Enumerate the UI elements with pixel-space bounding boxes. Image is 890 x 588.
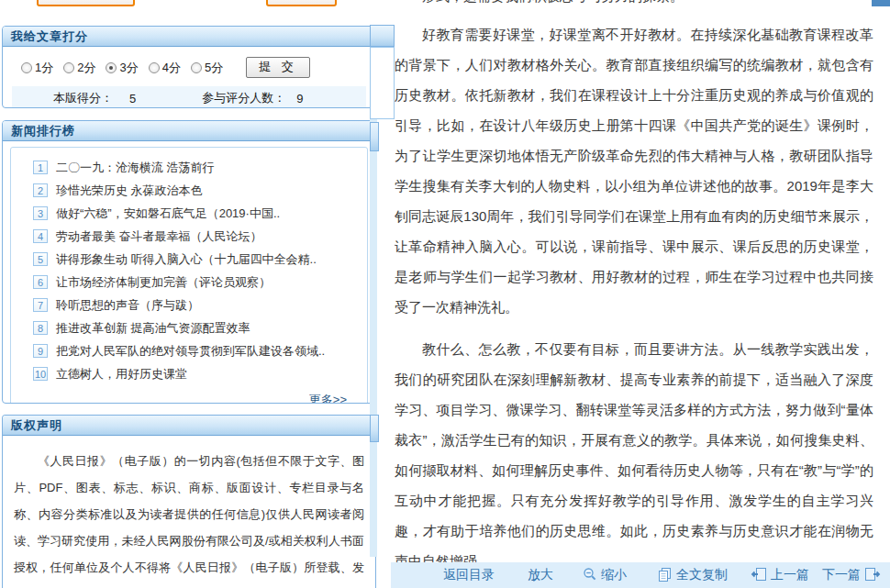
prev-article-label: 上一篇	[771, 567, 809, 583]
article-toolbar: 返回目录 放大 缩小 全文复制 上一篇 下一篇	[391, 562, 890, 588]
ranking-item[interactable]: 3 做好“六稳”，安如磐石底气足（2019·中国..	[20, 202, 362, 225]
copy-pages-icon	[654, 567, 676, 584]
zoom-out-link[interactable]: 缩小	[579, 567, 627, 584]
rating-options-row: 1分 2分 3分 4分 5分 提 交	[3, 47, 375, 78]
raters-count-label: 参与评分人数：	[202, 90, 285, 106]
ranking-item-title[interactable]: 二〇一九：沧海横流 浩荡前行	[56, 160, 215, 176]
rating-option-3[interactable]: 3分	[106, 60, 138, 76]
ranking-item-title[interactable]: 讲得形象生动 听得入脑入心（十九届四中全会精..	[56, 251, 317, 268]
rank-number-badge: 7	[33, 298, 48, 312]
rank-number-badge: 2	[33, 183, 48, 197]
rating-option-4[interactable]: 4分	[149, 60, 181, 76]
rating-panel: 我给文章打分 1分 2分 3分 4分 5分 提 交 本版得分： 5 参与评分人数…	[2, 26, 376, 108]
rank-number-badge: 8	[33, 321, 48, 335]
copyright-panel-title: 版权声明	[3, 416, 375, 436]
clipped-panel-edge	[370, 415, 379, 442]
rank-number-badge: 10	[33, 367, 48, 381]
clipped-panel-edge	[370, 47, 395, 119]
ranking-item[interactable]: 9 把党对人民军队的绝对领导贯彻到军队建设各领域..	[20, 339, 362, 362]
ranking-item[interactable]: 5 讲得形象生动 听得入脑入心（十九届四中全会精..	[20, 248, 362, 271]
article-body: 形式，这需要我们积极思考与努力的探索。 好教育需要好课堂，好课堂离不开好教材。在…	[395, 0, 873, 562]
radio-icon[interactable]	[149, 62, 160, 73]
rating-option-label: 2分	[77, 60, 95, 76]
ranking-item[interactable]: 6 让市场经济体制更加完善（评论员观察）	[20, 271, 362, 294]
ranking-item-title[interactable]: 让市场经济体制更加完善（评论员观察）	[56, 274, 271, 291]
rating-panel-title: 我给文章打分	[3, 27, 375, 47]
radio-icon[interactable]	[191, 62, 202, 73]
rank-number-badge: 1	[33, 161, 48, 174]
copyright-text: 《人民日报》（电子版）的一切内容(包括但不限于文字、图片、PDF、图表、标志、标…	[3, 436, 375, 588]
rank-number-badge: 5	[33, 252, 48, 266]
rating-option-2[interactable]: 2分	[63, 60, 95, 76]
rank-number-badge: 9	[33, 344, 48, 358]
clipped-top-button-1[interactable]	[37, 0, 135, 6]
ranking-item-title[interactable]: 珍惜光荣历史 永葆政治本色	[56, 183, 203, 199]
clipped-top-button-2[interactable]	[266, 0, 337, 6]
ranking-panel-title: 新闻排行榜	[3, 121, 375, 141]
page-score-value: 5	[129, 92, 136, 105]
ranking-item[interactable]: 7 聆听思想的声音（序与跋）	[20, 294, 362, 316]
zoom-in-label: 放大	[528, 567, 553, 583]
back-to-catalog-link[interactable]: 返回目录	[443, 567, 495, 583]
rating-option-label: 3分	[119, 60, 138, 76]
next-article-link[interactable]: 下一篇	[822, 567, 884, 584]
more-link[interactable]: 更多>>	[20, 385, 362, 404]
zoom-out-label: 缩小	[601, 567, 627, 583]
back-to-catalog-label: 返回目录	[443, 567, 495, 583]
rating-option-label: 1分	[35, 60, 53, 76]
submit-rating-button[interactable]: 提 交	[246, 57, 310, 78]
rating-option-label: 5分	[205, 60, 223, 76]
prev-page-arrow-icon	[747, 567, 771, 584]
rating-option-1[interactable]: 1分	[21, 60, 53, 76]
ranking-item[interactable]: 1 二〇一九：沧海横流 浩荡前行	[20, 156, 362, 179]
next-page-arrow-icon	[861, 567, 884, 584]
ranking-item[interactable]: 4 劳动者最美 奋斗者最幸福（人民论坛）	[20, 225, 362, 248]
rank-number-badge: 4	[33, 229, 48, 243]
clipped-panel-edge	[370, 25, 395, 47]
zoom-in-link[interactable]: 放大	[528, 567, 553, 583]
next-article-label: 下一篇	[822, 567, 861, 583]
radio-icon[interactable]	[63, 62, 74, 73]
radio-checked-icon[interactable]	[106, 62, 117, 73]
copy-all-link[interactable]: 全文复制	[654, 567, 728, 584]
ranking-item-title[interactable]: 推进改革创新 提高油气资源配置效率	[56, 320, 250, 337]
ranking-list: 1 二〇一九：沧海横流 浩荡前行 2 珍惜光荣历史 永葆政治本色 3 做好“六稳…	[10, 147, 368, 404]
page-score-label: 本版得分：	[53, 90, 113, 106]
ranking-item[interactable]: 8 推进改革创新 提高油气资源配置效率	[20, 316, 362, 339]
rating-option-label: 4分	[162, 60, 181, 76]
score-row: 本版得分： 5 参与评分人数： 9	[12, 86, 366, 108]
ranking-item[interactable]: 10 立德树人，用好历史课堂	[20, 362, 362, 385]
ranking-item-title[interactable]: 聆听思想的声音（序与跋）	[56, 297, 199, 314]
ranking-item[interactable]: 2 珍惜光荣历史 永葆政治本色	[20, 179, 362, 202]
rank-number-badge: 6	[33, 275, 48, 289]
raters-count-value: 9	[296, 92, 303, 105]
ranking-item-title[interactable]: 做好“六稳”，安如磐石底气足（2019·中国..	[56, 205, 280, 222]
article-paragraph: 教什么、怎么教，不仅要有目标，而且要讲方法。从一线教学实践出发，我们的研究团队在…	[395, 334, 873, 562]
rating-option-5[interactable]: 5分	[191, 60, 223, 76]
rank-number-badge: 3	[33, 206, 48, 220]
top-right-scrollbar-cap	[872, 0, 890, 6]
ranking-item-title[interactable]: 立德树人，用好历史课堂	[56, 366, 187, 383]
magnifier-minus-icon	[579, 567, 601, 584]
article-clipped-line: 形式，这需要我们积极思考与努力的探索。	[395, 0, 873, 11]
clipped-panel-edge	[370, 122, 379, 151]
article-paragraph: 好教育需要好课堂，好课堂离不开好教材。在持续深化基础教育课程改革的背景下，人们对…	[395, 19, 873, 322]
prev-article-link[interactable]: 上一篇	[747, 567, 809, 584]
copy-all-label: 全文复制	[676, 567, 728, 583]
radio-icon[interactable]	[21, 62, 32, 73]
ranking-item-title[interactable]: 把党对人民军队的绝对领导贯彻到军队建设各领域..	[56, 343, 325, 360]
ranking-item-title[interactable]: 劳动者最美 奋斗者最幸福（人民论坛）	[56, 228, 262, 245]
news-ranking-panel: 新闻排行榜 1 二〇一九：沧海横流 浩荡前行 2 珍惜光荣历史 永葆政治本色 3…	[2, 120, 376, 404]
copyright-panel: 版权声明 《人民日报》（电子版）的一切内容(包括但不限于文字、图片、PDF、图表…	[2, 415, 376, 588]
